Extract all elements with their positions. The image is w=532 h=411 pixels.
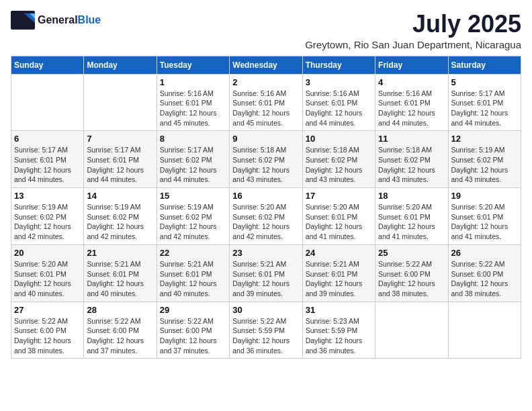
calendar-day-cell: 10Sunrise: 5:18 AMSunset: 6:02 PMDayligh…	[302, 131, 375, 188]
day-number: 20	[14, 248, 81, 258]
logo: GeneralBlue	[11, 11, 101, 30]
day-number: 17	[306, 191, 372, 201]
day-number: 16	[232, 191, 299, 201]
calendar-day-cell: 19Sunrise: 5:20 AMSunset: 6:01 PMDayligh…	[448, 188, 521, 245]
calendar-day-cell	[11, 74, 84, 131]
day-number: 11	[378, 134, 445, 144]
day-number: 5	[451, 77, 518, 87]
day-number: 2	[232, 77, 299, 87]
day-number: 1	[160, 77, 226, 87]
day-number: 31	[306, 305, 372, 315]
calendar-day-cell	[84, 74, 157, 131]
day-info: Sunrise: 5:20 AMSunset: 6:01 PMDaylight:…	[451, 202, 518, 242]
calendar-day-cell: 13Sunrise: 5:19 AMSunset: 6:02 PMDayligh…	[11, 188, 84, 245]
day-number: 3	[306, 77, 372, 87]
calendar-week-row: 27Sunrise: 5:22 AMSunset: 6:00 PMDayligh…	[11, 302, 521, 359]
day-number: 28	[87, 305, 153, 315]
day-info: Sunrise: 5:21 AMSunset: 6:01 PMDaylight:…	[160, 259, 226, 299]
day-number: 15	[160, 191, 226, 201]
calendar-week-row: 13Sunrise: 5:19 AMSunset: 6:02 PMDayligh…	[11, 188, 521, 245]
day-number: 4	[378, 77, 445, 87]
month-title: July 2025	[305, 11, 521, 38]
day-info: Sunrise: 5:20 AMSunset: 6:01 PMDaylight:…	[14, 259, 81, 299]
calendar-table: SundayMondayTuesdayWednesdayThursdayFrid…	[11, 56, 521, 359]
calendar-day-cell: 8Sunrise: 5:17 AMSunset: 6:02 PMDaylight…	[157, 131, 229, 188]
calendar-day-cell: 20Sunrise: 5:20 AMSunset: 6:01 PMDayligh…	[11, 244, 84, 302]
calendar-day-cell: 16Sunrise: 5:20 AMSunset: 6:02 PMDayligh…	[230, 188, 302, 245]
day-info: Sunrise: 5:18 AMSunset: 6:02 PMDaylight:…	[306, 145, 372, 185]
day-info: Sunrise: 5:20 AMSunset: 6:01 PMDaylight:…	[306, 202, 372, 242]
calendar-day-cell: 28Sunrise: 5:22 AMSunset: 6:00 PMDayligh…	[84, 302, 157, 359]
title-block: July 2025 Greytown, Rio San Juan Departm…	[305, 11, 521, 50]
calendar-day-cell: 9Sunrise: 5:18 AMSunset: 6:02 PMDaylight…	[230, 131, 302, 188]
calendar-day-header: Thursday	[302, 56, 375, 74]
calendar-week-row: 1Sunrise: 5:16 AMSunset: 6:01 PMDaylight…	[11, 74, 521, 131]
calendar-week-row: 20Sunrise: 5:20 AMSunset: 6:01 PMDayligh…	[11, 244, 521, 302]
day-info: Sunrise: 5:22 AMSunset: 5:59 PMDaylight:…	[232, 316, 299, 356]
day-info: Sunrise: 5:19 AMSunset: 6:02 PMDaylight:…	[14, 202, 81, 242]
day-number: 10	[306, 134, 372, 144]
day-info: Sunrise: 5:17 AMSunset: 6:01 PMDaylight:…	[14, 145, 81, 185]
calendar-day-header: Saturday	[448, 56, 521, 74]
calendar-day-cell: 15Sunrise: 5:19 AMSunset: 6:02 PMDayligh…	[157, 188, 229, 245]
day-number: 24	[306, 248, 372, 258]
day-number: 23	[232, 248, 299, 258]
calendar-day-cell: 31Sunrise: 5:23 AMSunset: 5:59 PMDayligh…	[302, 302, 375, 359]
calendar-week-row: 6Sunrise: 5:17 AMSunset: 6:01 PMDaylight…	[11, 131, 521, 188]
day-info: Sunrise: 5:19 AMSunset: 6:02 PMDaylight:…	[451, 145, 518, 185]
logo-general: General	[38, 14, 78, 26]
calendar-day-cell	[448, 302, 521, 359]
day-number: 21	[87, 248, 153, 258]
calendar-header-row: SundayMondayTuesdayWednesdayThursdayFrid…	[11, 56, 521, 74]
day-info: Sunrise: 5:22 AMSunset: 6:00 PMDaylight:…	[378, 259, 445, 299]
calendar-day-cell: 26Sunrise: 5:22 AMSunset: 6:00 PMDayligh…	[448, 244, 521, 302]
calendar-day-cell: 5Sunrise: 5:17 AMSunset: 6:01 PMDaylight…	[448, 74, 521, 131]
calendar-day-cell: 14Sunrise: 5:19 AMSunset: 6:02 PMDayligh…	[84, 188, 157, 245]
calendar-day-cell: 22Sunrise: 5:21 AMSunset: 6:01 PMDayligh…	[157, 244, 229, 302]
day-info: Sunrise: 5:19 AMSunset: 6:02 PMDaylight:…	[160, 202, 226, 242]
calendar-day-cell: 24Sunrise: 5:21 AMSunset: 6:01 PMDayligh…	[302, 244, 375, 302]
day-info: Sunrise: 5:19 AMSunset: 6:02 PMDaylight:…	[87, 202, 153, 242]
day-info: Sunrise: 5:16 AMSunset: 6:01 PMDaylight:…	[160, 89, 226, 128]
day-info: Sunrise: 5:17 AMSunset: 6:01 PMDaylight:…	[87, 145, 153, 185]
day-number: 27	[14, 305, 81, 315]
location-subtitle: Greytown, Rio San Juan Department, Nicar…	[305, 39, 521, 50]
calendar-day-cell: 18Sunrise: 5:20 AMSunset: 6:01 PMDayligh…	[375, 188, 448, 245]
calendar-day-header: Wednesday	[230, 56, 302, 74]
day-info: Sunrise: 5:22 AMSunset: 6:00 PMDaylight:…	[160, 316, 226, 356]
calendar-body: 1Sunrise: 5:16 AMSunset: 6:01 PMDaylight…	[11, 74, 521, 359]
calendar-day-cell: 17Sunrise: 5:20 AMSunset: 6:01 PMDayligh…	[302, 188, 375, 245]
day-info: Sunrise: 5:23 AMSunset: 5:59 PMDaylight:…	[306, 316, 372, 356]
day-info: Sunrise: 5:17 AMSunset: 6:02 PMDaylight:…	[160, 145, 226, 185]
calendar-day-cell: 30Sunrise: 5:22 AMSunset: 5:59 PMDayligh…	[230, 302, 302, 359]
day-number: 8	[160, 134, 226, 144]
day-info: Sunrise: 5:20 AMSunset: 6:01 PMDaylight:…	[378, 202, 445, 242]
day-info: Sunrise: 5:21 AMSunset: 6:01 PMDaylight:…	[232, 259, 299, 299]
logo-icon	[11, 11, 35, 30]
day-info: Sunrise: 5:20 AMSunset: 6:02 PMDaylight:…	[232, 202, 299, 242]
calendar-day-cell: 29Sunrise: 5:22 AMSunset: 6:00 PMDayligh…	[157, 302, 229, 359]
day-info: Sunrise: 5:22 AMSunset: 6:00 PMDaylight:…	[451, 259, 518, 299]
calendar-day-cell: 11Sunrise: 5:18 AMSunset: 6:02 PMDayligh…	[375, 131, 448, 188]
day-number: 29	[160, 305, 226, 315]
day-info: Sunrise: 5:21 AMSunset: 6:01 PMDaylight:…	[87, 259, 153, 299]
day-number: 19	[451, 191, 518, 201]
day-info: Sunrise: 5:16 AMSunset: 6:01 PMDaylight:…	[378, 89, 445, 128]
page-header: GeneralBlue July 2025 Greytown, Rio San …	[11, 11, 521, 50]
calendar-day-cell: 4Sunrise: 5:16 AMSunset: 6:01 PMDaylight…	[375, 74, 448, 131]
day-info: Sunrise: 5:17 AMSunset: 6:01 PMDaylight:…	[451, 89, 518, 128]
day-number: 26	[451, 248, 518, 258]
calendar-day-cell: 7Sunrise: 5:17 AMSunset: 6:01 PMDaylight…	[84, 131, 157, 188]
day-number: 12	[451, 134, 518, 144]
day-info: Sunrise: 5:16 AMSunset: 6:01 PMDaylight:…	[306, 89, 372, 128]
calendar-day-cell: 1Sunrise: 5:16 AMSunset: 6:01 PMDaylight…	[157, 74, 229, 131]
day-number: 18	[378, 191, 445, 201]
day-number: 7	[87, 134, 153, 144]
day-number: 9	[232, 134, 299, 144]
day-number: 22	[160, 248, 226, 258]
day-number: 14	[87, 191, 153, 201]
calendar-day-cell: 23Sunrise: 5:21 AMSunset: 6:01 PMDayligh…	[230, 244, 302, 302]
day-number: 30	[232, 305, 299, 315]
calendar-day-header: Sunday	[11, 56, 84, 74]
day-info: Sunrise: 5:22 AMSunset: 6:00 PMDaylight:…	[87, 316, 153, 356]
